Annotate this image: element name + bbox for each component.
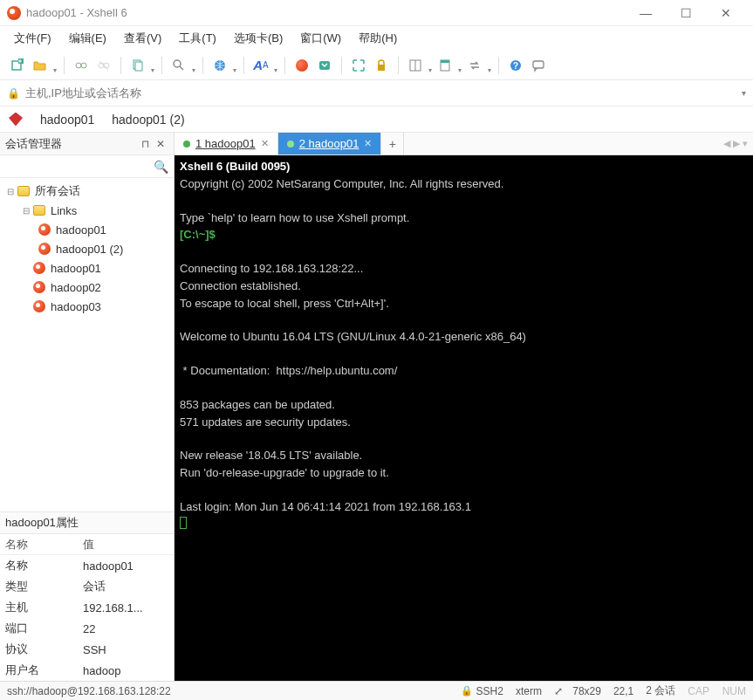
new-session-icon[interactable] [7,55,28,76]
address-bar: 🔒 ▾ [0,80,753,106]
svg-point-3 [81,63,86,68]
folder-icon [17,186,30,196]
tree-session-item[interactable]: hadoop01 [0,258,174,278]
svg-rect-7 [135,62,142,71]
resize-icon: ⤢ [554,685,563,697]
props-row: 类型会话 [0,576,174,597]
status-dot-icon [183,141,190,148]
props-header-name: 名称 [0,537,83,552]
tree-session-item[interactable]: hadoop03 [0,297,174,316]
session-search-input[interactable] [5,160,154,173]
status-protocol: SSH2 [476,685,503,697]
close-button[interactable]: ✕ [706,0,746,26]
session-icon [33,300,45,312]
tab-close-icon[interactable]: ✕ [261,138,269,149]
menubar: 文件(F) 编辑(E) 查看(V) 工具(T) 选项卡(B) 窗口(W) 帮助(… [0,26,753,51]
transfer-icon[interactable] [464,55,485,76]
status-num: NUM [722,685,746,697]
svg-point-8 [174,60,181,67]
disconnect-icon[interactable] [93,55,114,76]
lock-icon: 🔒 [461,685,473,697]
titlebar: hadoop01 - Xshell 6 — ☐ ✕ [0,0,753,26]
quick-session-1[interactable]: hadoop01 [40,113,94,127]
new-tab-button[interactable]: + [381,133,404,154]
svg-point-4 [99,63,104,68]
toolbar: AA ? [0,51,753,80]
pin-icon[interactable] [9,113,23,127]
menu-edit[interactable]: 编辑(E) [62,27,113,50]
menu-view[interactable]: 查看(V) [117,27,168,50]
session-icon [38,243,51,255]
svg-point-5 [104,63,109,68]
props-row: 用户名hadoop [0,660,174,681]
svg-point-2 [76,63,81,68]
props-row: 名称hadoop01 [0,555,174,576]
search-icon[interactable]: 🔍 [154,160,168,174]
properties-title: hadoop01属性 [0,511,174,534]
tree-session-item[interactable]: hadoop01 (2) [0,239,174,258]
status-caps: CAP [688,685,709,697]
session-quickbar: hadoop01 hadoop01 (2) [0,106,753,133]
font-icon[interactable]: AA [250,55,271,76]
menu-tabs[interactable]: 选项卡(B) [227,27,290,50]
chat-icon[interactable] [528,55,549,76]
status-terminal-type: xterm [516,685,542,697]
panel-pin-icon[interactable]: ⊓ [138,138,153,150]
globe-icon[interactable] [209,55,230,76]
tree-root[interactable]: ⊟所有会话 [0,182,174,201]
reconnect-icon[interactable] [71,55,92,76]
properties-table: 名称值 名称hadoop01 类型会话 主机192.168.1... 端口22 … [0,534,174,681]
session-search: 🔍 [0,155,174,178]
status-bar: ssh://hadoop@192.168.163.128:22 🔒SSH2 xt… [0,681,753,700]
layout-icon[interactable] [405,55,426,76]
menu-help[interactable]: 帮助(H) [352,27,404,50]
tree-session-item[interactable]: hadoop01 [0,220,174,239]
props-row: 主机192.168.1... [0,597,174,618]
help-icon[interactable]: ? [505,55,526,76]
session-icon [33,281,45,293]
terminal-tabstrip: 1 hadoop01 ✕ 2 hadoop01 ✕ + ◀ ▶ ▾ [175,133,753,155]
panel-close-icon[interactable]: ✕ [153,138,168,150]
tree-session-item[interactable]: hadoop02 [0,278,174,297]
address-dropdown-icon[interactable]: ▾ [742,88,746,98]
menu-file[interactable]: 文件(F) [7,27,58,50]
tab-nav[interactable]: ◀ ▶ ▾ [718,133,753,154]
quick-session-2[interactable]: hadoop01 (2) [112,113,184,127]
left-panel: 会话管理器 ⊓ ✕ 🔍 ⊟所有会话 ⊟Links hadoop01 hadoop… [0,133,175,681]
svg-rect-11 [378,65,385,71]
menu-tools[interactable]: 工具(T) [172,27,223,50]
script-icon[interactable] [435,55,455,76]
search-icon[interactable] [168,55,189,76]
open-icon[interactable] [30,55,51,76]
svg-rect-14 [441,60,449,63]
right-panel: 1 hadoop01 ✕ 2 hadoop01 ✕ + ◀ ▶ ▾ Xshell… [175,133,753,681]
address-input[interactable] [25,86,736,100]
copy-icon[interactable] [127,55,148,76]
session-icon [33,262,45,274]
maximize-button[interactable]: ☐ [666,0,706,26]
minimize-button[interactable]: — [626,0,666,26]
xftp-icon[interactable] [314,55,335,76]
terminal-tab-1[interactable]: 1 hadoop01 ✕ [175,133,278,154]
folder-icon [33,205,45,216]
fullscreen-icon[interactable] [348,55,369,76]
tree-links-folder[interactable]: ⊟Links [0,201,174,220]
status-dot-icon [287,141,294,148]
terminal-cursor [180,517,187,529]
lock-icon[interactable] [371,55,392,76]
menu-window[interactable]: 窗口(W) [293,27,348,50]
session-manager-header: 会话管理器 ⊓ ✕ [0,133,174,155]
tab-close-icon[interactable]: ✕ [364,138,372,149]
xshell-icon[interactable] [291,55,312,76]
terminal-output[interactable]: Xshell 6 (Build 0095) Copyright (c) 2002… [175,155,753,681]
props-row: 协议SSH [0,639,174,660]
lock-small-icon: 🔒 [7,87,20,100]
session-tree: ⊟所有会话 ⊟Links hadoop01 hadoop01 (2) hadoo… [0,178,174,511]
status-connection: ssh://hadoop@192.168.163.128:22 [7,685,171,697]
status-sessions: 2 会话 [646,683,675,698]
status-position: 22,1 [613,685,633,697]
terminal-tab-2[interactable]: 2 hadoop01 ✕ [278,133,382,154]
window-title: hadoop01 - Xshell 6 [26,6,626,19]
props-row: 端口22 [0,618,174,639]
props-header-value: 值 [83,537,174,552]
